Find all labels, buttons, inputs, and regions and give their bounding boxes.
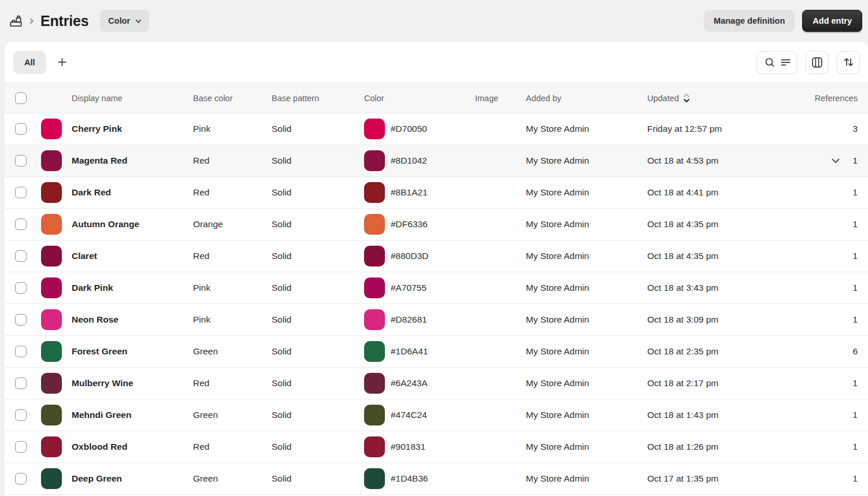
definition-type-dropdown[interactable]: Color (100, 10, 149, 32)
table-row[interactable]: Autumn Orange Orange Solid #DF6336 My St… (5, 209, 868, 240)
color-hex: #D70050 (391, 124, 427, 134)
references-count: 1 (852, 378, 858, 388)
table-row[interactable]: Oxblood Red Red Solid #901831 My Store A… (5, 431, 868, 463)
page-header: Entries Color Manage definition Add entr… (0, 0, 868, 42)
row-checkbox[interactable] (15, 473, 27, 484)
add-view-button[interactable] (50, 51, 75, 74)
row-checkbox[interactable] (15, 187, 27, 198)
base-pattern: Solid (272, 442, 291, 452)
column-header-base_pattern[interactable]: Base pattern (272, 94, 319, 103)
table-row[interactable]: Mulberry Wine Red Solid #6A243A My Store… (5, 368, 868, 399)
color-hex: #8D1042 (391, 156, 427, 166)
table-row[interactable]: Mehndi Green Green Solid #474C24 My Stor… (5, 399, 868, 431)
base-pattern: Solid (272, 187, 291, 198)
select-all-checkbox[interactable] (15, 92, 27, 104)
updated-at: Oct 18 at 4:53 pm (647, 156, 718, 166)
color-hex: #474C24 (391, 410, 427, 420)
references-count: 1 (852, 473, 858, 484)
added-by: My Store Admin (526, 442, 589, 452)
entries-table: Display nameBase colorBase patternColorI… (5, 83, 868, 495)
color-hex: #D82681 (391, 314, 427, 325)
added-by: My Store Admin (526, 156, 589, 166)
column-header-base_color[interactable]: Base color (193, 94, 233, 103)
row-checkbox[interactable] (15, 155, 27, 166)
color-swatch (364, 405, 385, 425)
row-checkbox[interactable] (15, 314, 27, 325)
table-row[interactable]: Deep Green Green Solid #1D4B36 My Store … (5, 463, 868, 495)
added-by: My Store Admin (526, 473, 589, 484)
updated-at: Oct 17 at 1:35 pm (647, 473, 718, 484)
row-checkbox[interactable] (15, 377, 27, 389)
base-color: Green (193, 410, 218, 420)
sort-button[interactable] (837, 51, 860, 74)
column-header-image[interactable]: Image (475, 94, 498, 103)
display-name: Cherry Pink (72, 124, 122, 134)
table-row[interactable]: Magenta Red Red Solid #8D1042 My Store A… (5, 145, 868, 177)
color-hex: #A70755 (391, 283, 426, 293)
color-hex: #1D4B36 (391, 473, 428, 484)
sort-indicator-icon (683, 93, 690, 103)
column-header-references[interactable]: References (815, 94, 858, 103)
updated-at: Oct 18 at 4:35 pm (647, 251, 718, 261)
display-name: Oxblood Red (72, 442, 127, 452)
display-name: Forest Green (72, 346, 127, 357)
row-checkbox[interactable] (15, 219, 27, 230)
row-checkbox[interactable] (15, 441, 27, 453)
color-swatch (364, 150, 385, 171)
chevron-down-icon (832, 158, 840, 164)
entry-thumbnail-swatch (41, 182, 62, 203)
base-color: Red (193, 378, 209, 388)
table-row[interactable]: Neon Rose Pink Solid #D82681 My Store Ad… (5, 304, 868, 336)
updated-at: Oct 18 at 2:35 pm (647, 346, 718, 357)
color-swatch (364, 277, 385, 298)
row-disclosure-button[interactable] (832, 158, 840, 164)
table-row[interactable]: Cherry Pink Pink Solid #D70050 My Store … (5, 113, 868, 145)
base-color: Red (193, 156, 209, 166)
row-checkbox[interactable] (15, 282, 27, 294)
row-checkbox[interactable] (15, 346, 27, 357)
added-by: My Store Admin (526, 187, 589, 198)
entry-thumbnail-swatch (41, 405, 62, 425)
table-row[interactable]: Claret Red Solid #880D3D My Store Admin … (5, 240, 868, 272)
added-by: My Store Admin (526, 124, 589, 134)
base-pattern: Solid (272, 156, 291, 166)
base-pattern: Solid (272, 124, 291, 134)
base-color: Red (193, 442, 209, 452)
table-row[interactable]: Forest Green Green Solid #1D6A41 My Stor… (5, 336, 868, 368)
edit-columns-button[interactable] (806, 51, 829, 74)
column-header-updated[interactable]: Updated (647, 93, 690, 103)
add-entry-button[interactable]: Add entry (802, 10, 862, 32)
updated-at: Oct 18 at 1:43 pm (647, 410, 718, 420)
manage-definition-button[interactable]: Manage definition (704, 10, 795, 32)
row-checkbox[interactable] (15, 123, 27, 135)
entry-thumbnail-swatch (41, 119, 62, 139)
color-hex: #1D6A41 (391, 346, 428, 357)
metaobjects-icon[interactable] (9, 14, 23, 28)
updated-at: Oct 18 at 3:43 pm (647, 283, 718, 293)
display-name: Autumn Orange (72, 219, 139, 230)
updated-at: Oct 18 at 4:41 pm (647, 187, 718, 198)
display-name: Magenta Red (72, 156, 127, 166)
entries-card: All (5, 42, 868, 496)
base-color: Green (193, 346, 218, 357)
base-color: Green (193, 473, 218, 484)
table-row[interactable]: Dark Pink Pink Solid #A70755 My Store Ad… (5, 272, 868, 304)
filter-lines-icon (781, 57, 791, 68)
display-name: Dark Pink (72, 283, 113, 293)
color-swatch (364, 119, 385, 139)
color-hex: #901831 (391, 442, 425, 452)
row-checkbox[interactable] (15, 250, 27, 262)
color-swatch (364, 436, 385, 457)
column-header-added_by[interactable]: Added by (526, 94, 561, 103)
search-filter-button[interactable] (756, 51, 797, 74)
added-by: My Store Admin (526, 314, 589, 325)
definition-type-label: Color (108, 16, 130, 25)
column-header-color[interactable]: Color (364, 94, 384, 103)
updated-at: Oct 18 at 2:17 pm (647, 378, 718, 388)
tab-bar: All (5, 42, 868, 83)
tab-all[interactable]: All (13, 51, 46, 74)
column-header-name[interactable]: Display name (72, 94, 123, 103)
display-name: Claret (72, 251, 97, 261)
table-row[interactable]: Dark Red Red Solid #8B1A21 My Store Admi… (5, 177, 868, 209)
row-checkbox[interactable] (15, 409, 27, 421)
